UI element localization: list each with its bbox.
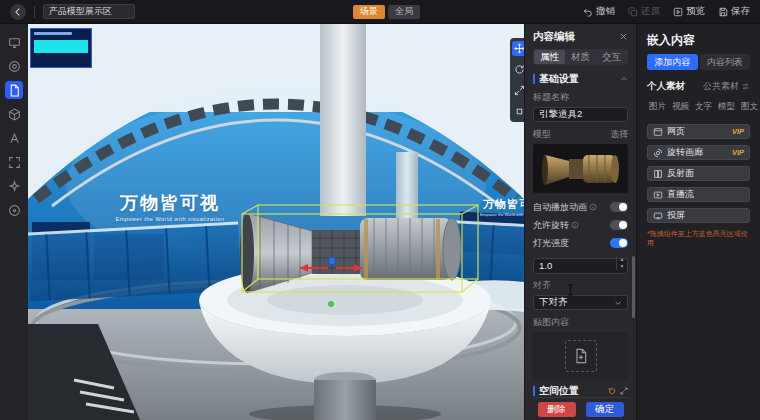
edit-panel-scrollbar[interactable] [632,256,635,318]
rotating-gallery-icon [653,148,663,158]
back-button[interactable] [10,4,26,20]
effects-tool-button[interactable] [5,177,23,195]
info-icon[interactable] [571,221,579,229]
content-tool-button[interactable] [5,81,23,99]
category-imagetext[interactable]: 图文 [739,100,760,114]
save-label: 保存 [731,5,750,18]
preview-button[interactable]: 预览 [673,5,705,18]
section-title: 空间位置 [539,384,608,398]
reset-position-button[interactable] [608,387,616,395]
embed-item-webpage[interactable]: 网页 VIP [647,124,750,139]
public-material-button[interactable]: 公共素材 [703,80,750,93]
edit-panel-tabs: 属性 材质 交互 [533,49,628,65]
chevron-down-icon [614,299,622,307]
title-field-label: 标题名称 [533,91,628,104]
tab-content-list[interactable]: 内容列表 [700,54,751,70]
model-row: 模型 选择 [533,129,628,140]
scale-tool-button[interactable] [512,83,524,98]
monitor-icon [8,36,21,49]
basic-settings-section: 基础设置 [533,73,628,85]
collapse-section-button[interactable] [620,387,628,395]
expand-tool-button[interactable] [5,153,23,171]
tab-properties[interactable]: 属性 [534,50,565,64]
category-image[interactable]: 图片 [647,100,668,114]
category-model[interactable]: 模型 [716,100,737,114]
rotate-icon [514,64,524,75]
category-tabs: 图片 视频 文字 模型 图文 组件 [647,100,750,114]
personal-material-button[interactable]: 个人素材 [647,80,685,93]
vip-badge: VIP [732,148,744,157]
confirm-button[interactable]: 确定 [586,402,624,417]
light-intensity-row: 灯光强度 [533,237,628,249]
title-name-input[interactable] [533,107,628,122]
edit-panel-header: 内容编辑 [533,30,628,43]
screen-text-line [34,32,72,35]
section-accent-bar [533,74,535,84]
embed-item-screencast[interactable]: 投屏 [647,208,750,223]
position-section-actions [608,387,628,395]
model-select-button[interactable]: 选择 [610,128,628,141]
step-up-button[interactable]: ▲ [617,256,627,263]
model-tool-button[interactable] [5,105,23,123]
cube-icon [8,108,21,121]
camera-tool-button[interactable] [5,57,23,75]
webpage-icon [653,127,663,137]
embed-content-panel: 嵌入内容 添加内容 内容列表 个人素材 公共素材 图片 视频 文字 模型 图文 … [636,24,760,420]
scene-name-input[interactable] [43,4,135,19]
drag-hint-note: *拖拽组件至上方蓝色高亮区域使用 [647,229,750,247]
add-texture-button[interactable] [565,340,597,372]
category-text[interactable]: 文字 [693,100,714,114]
light-value-input[interactable] [533,258,628,274]
section-title: 基础设置 [539,72,620,86]
rotate-tool-button[interactable] [512,62,524,77]
align-select[interactable]: 下对齐 [533,295,628,310]
tab-add-content[interactable]: 添加内容 [647,54,698,70]
autoplay-toggle[interactable] [610,202,628,212]
light-intensity-toggle[interactable] [610,238,628,248]
embed-item-livestream[interactable]: 直播流 [647,187,750,202]
mode-scene-button[interactable]: 场景 [353,5,385,19]
scene-wall-screen [30,28,92,68]
number-stepper: ▲ ▼ [616,256,627,270]
media-tool-button[interactable] [5,201,23,219]
info-icon[interactable] [589,203,597,211]
file-plus-icon [573,348,589,364]
viewport-3d[interactable]: 万物皆可视 Empower the World with visualizati… [28,24,524,420]
move-icon [514,43,524,54]
close-panel-button[interactable] [619,32,628,41]
save-icon [718,7,728,17]
text-tool-button[interactable] [5,129,23,147]
undo-label: 撤销 [596,5,615,18]
model-thumbnail[interactable] [533,144,628,193]
embed-item-gallery[interactable]: 旋转画廊 VIP [647,145,750,160]
screens-tool-button[interactable] [5,33,23,51]
body: 万物皆可视 Empower the World with visualizati… [0,24,760,420]
undo-icon [583,7,593,17]
autoplay-row: 自动播放动画 [533,201,628,213]
category-video[interactable]: 视频 [670,100,691,114]
collapse-section-button[interactable] [620,75,628,83]
mode-switch: 场景 全局 [353,5,420,19]
frame-icon [514,106,524,117]
save-button[interactable]: 保存 [718,5,750,18]
preview-label: 预览 [686,5,705,18]
tab-interaction[interactable]: 交互 [596,50,627,64]
step-down-button[interactable]: ▼ [617,263,627,270]
allow-rotate-row: 允许旋转 [533,219,628,231]
allow-rotate-toggle[interactable] [610,220,628,230]
left-toolbar [0,24,28,420]
tab-material[interactable]: 材质 [565,50,596,64]
light-intensity-label: 灯光强度 [533,237,569,250]
public-material-label: 公共素材 [703,80,739,93]
scene-render [28,24,524,420]
undo-button[interactable]: 撤销 [583,5,615,18]
reflective-surface-icon [653,169,663,179]
embed-item-mirror[interactable]: 反射面 [647,166,750,181]
delete-button[interactable]: 删除 [538,402,576,417]
vip-badge: VIP [732,127,744,136]
mode-global-button[interactable]: 全局 [388,5,420,19]
frame-tool-button[interactable] [512,104,524,119]
move-tool-button[interactable] [512,41,524,56]
redo-button[interactable]: 还原 [628,5,660,18]
reset-icon [608,387,616,395]
